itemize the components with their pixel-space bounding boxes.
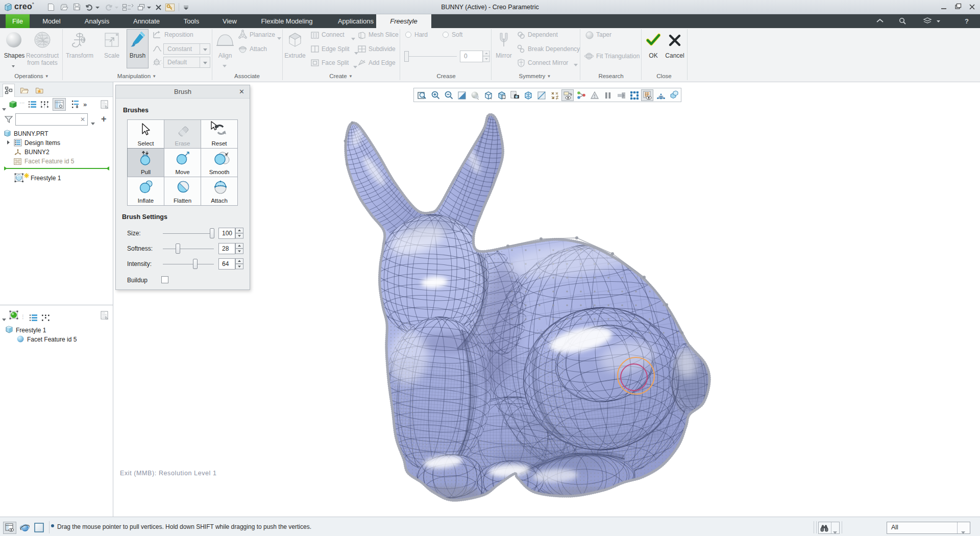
svg-text:?: ? xyxy=(965,17,969,25)
